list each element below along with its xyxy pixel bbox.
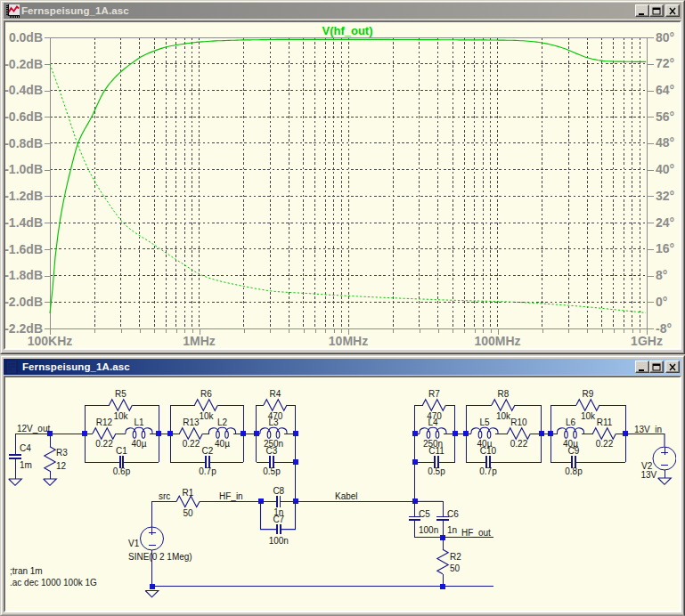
svg-text:L1: L1: [134, 417, 144, 427]
svg-text:100n: 100n: [419, 525, 438, 535]
svg-text:13V: 13V: [641, 470, 657, 480]
svg-text:32°: 32°: [656, 189, 674, 203]
svg-text:0.22: 0.22: [183, 439, 200, 449]
svg-text:-1.4dB: -1.4dB: [5, 215, 43, 230]
svg-text:12V_out: 12V_out: [17, 424, 50, 434]
svg-text:100MHz: 100MHz: [474, 334, 520, 348]
svg-text:1MHz: 1MHz: [183, 334, 216, 348]
svg-text:72°: 72°: [656, 56, 674, 70]
svg-text:10k: 10k: [581, 411, 596, 421]
svg-text:1GHz: 1GHz: [631, 334, 663, 348]
svg-text:;tran 1m: ;tran 1m: [10, 566, 43, 576]
svg-text:-0.8dB: -0.8dB: [5, 136, 43, 150]
svg-text:R7: R7: [428, 389, 440, 399]
svg-text:50: 50: [450, 563, 461, 573]
svg-text:0.22: 0.22: [596, 439, 614, 449]
svg-text:R1: R1: [183, 488, 194, 498]
svg-text:R4: R4: [270, 389, 281, 399]
svg-text:250n: 250n: [264, 439, 283, 449]
svg-text:R10: R10: [510, 417, 527, 427]
svg-text:L2: L2: [217, 417, 228, 427]
svg-text:R6: R6: [200, 389, 212, 399]
svg-text:-0.4dB: -0.4dB: [5, 83, 43, 97]
svg-text:40µ: 40µ: [132, 439, 147, 449]
svg-text:0.22: 0.22: [510, 439, 528, 449]
svg-text:R8: R8: [498, 389, 510, 399]
svg-text:L6: L6: [566, 417, 576, 427]
svg-text:L5: L5: [479, 417, 490, 427]
svg-text:100KHz: 100KHz: [28, 334, 73, 348]
svg-text:C7: C7: [273, 515, 284, 524]
svg-text:0.7p: 0.7p: [199, 466, 216, 476]
svg-text:HF_in: HF_in: [219, 491, 243, 501]
svg-text:40µ: 40µ: [477, 439, 493, 449]
svg-text:R5: R5: [115, 389, 126, 399]
svg-text:L4: L4: [428, 417, 438, 427]
svg-text:L3: L3: [268, 417, 279, 427]
svg-text:0.6p: 0.6p: [113, 466, 131, 476]
svg-text:-1.2dB: -1.2dB: [5, 189, 43, 203]
svg-text:R3: R3: [56, 448, 68, 458]
svg-text:48°: 48°: [656, 135, 674, 150]
svg-text:100n: 100n: [269, 536, 289, 546]
svg-text:R9: R9: [583, 389, 594, 399]
svg-text:13V_in: 13V_in: [634, 425, 662, 434]
svg-text:0.22: 0.22: [95, 439, 113, 449]
svg-text:0.5p: 0.5p: [263, 466, 281, 476]
svg-text:src: src: [159, 491, 170, 501]
svg-text:64°: 64°: [656, 83, 674, 97]
svg-text:40µ: 40µ: [563, 439, 578, 449]
svg-text:-0.2dB: -0.2dB: [5, 57, 43, 71]
svg-text:0°: 0°: [656, 295, 667, 309]
svg-text:C5: C5: [419, 509, 430, 519]
svg-text:10k: 10k: [113, 411, 128, 421]
svg-text:0.0dB: 0.0dB: [9, 30, 43, 45]
svg-text:1m: 1m: [20, 460, 32, 470]
svg-text:R12: R12: [96, 417, 113, 427]
svg-text:40°: 40°: [656, 162, 674, 176]
svg-text:16°: 16°: [656, 241, 674, 255]
svg-text:0.8p: 0.8p: [565, 466, 583, 476]
svg-text:.ac dec 1000 100k 1G: .ac dec 1000 100k 1G: [10, 578, 97, 588]
svg-text:50: 50: [183, 508, 193, 518]
svg-text:12: 12: [56, 461, 67, 471]
svg-text:C1: C1: [116, 446, 127, 456]
svg-text:HF_out: HF_out: [461, 528, 491, 538]
svg-text:R11: R11: [597, 417, 613, 427]
svg-text:C8: C8: [273, 486, 284, 496]
svg-text:C2: C2: [202, 446, 214, 456]
svg-text:-0.6dB: -0.6dB: [5, 109, 43, 124]
svg-text:1n: 1n: [447, 525, 457, 535]
svg-text:R2: R2: [450, 552, 461, 562]
svg-text:R13: R13: [183, 417, 200, 427]
svg-text:250n: 250n: [423, 439, 443, 449]
svg-text:10MHz: 10MHz: [329, 334, 368, 348]
svg-text:-1.0dB: -1.0dB: [5, 162, 43, 176]
svg-text:8°: 8°: [656, 268, 667, 282]
svg-text:-2.0dB: -2.0dB: [5, 295, 43, 309]
svg-text:80°: 80°: [656, 30, 674, 45]
svg-text:-1.6dB: -1.6dB: [5, 242, 43, 256]
svg-text:40µ: 40µ: [215, 439, 230, 449]
svg-text:-1.8dB: -1.8dB: [5, 268, 43, 282]
svg-text:10k: 10k: [496, 411, 511, 421]
svg-text:10k: 10k: [199, 411, 214, 421]
svg-text:0.7p: 0.7p: [479, 466, 497, 476]
svg-text:0.5p: 0.5p: [428, 466, 445, 476]
svg-text:C6: C6: [447, 509, 459, 519]
svg-text:V1: V1: [128, 539, 140, 548]
svg-text:C4: C4: [20, 443, 31, 453]
svg-text:V(hf_out): V(hf_out): [322, 24, 372, 37]
svg-text:24°: 24°: [656, 215, 674, 230]
svg-text:Kabel: Kabel: [335, 491, 358, 501]
svg-text:56°: 56°: [656, 109, 674, 124]
svg-text:SINE(0 2 1Meg): SINE(0 2 1Meg): [128, 552, 192, 562]
